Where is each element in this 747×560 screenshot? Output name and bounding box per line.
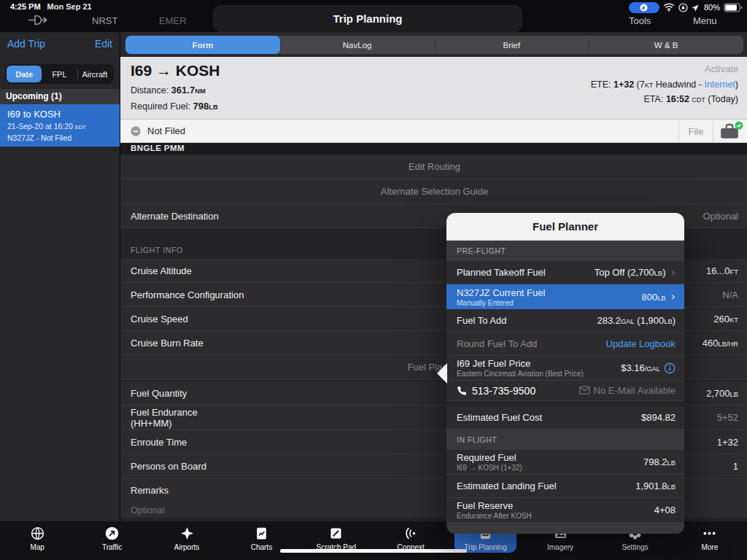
fuel-row-left: 513-735-9500 <box>457 385 535 397</box>
fuel-row-left: N327JZ Current FuelManually Entered <box>457 287 545 307</box>
row-label: Alternate Selection Guide <box>381 186 488 197</box>
fuel-row-estimated-landing-fuel[interactable]: Estimated Landing Fuel1,901.8LB <box>446 475 684 498</box>
tab-connext[interactable]: Connext <box>374 521 448 560</box>
chevron-right-icon: › <box>671 267 676 279</box>
activate-button[interactable]: Activate <box>591 63 738 74</box>
fuel-planner-popover: Fuel Planner PRE-FLIGHTPlanned Takeoff F… <box>446 213 684 534</box>
popover-footer-strip <box>446 523 684 534</box>
tab-scratch-pad[interactable]: Scratch Pad <box>299 521 374 560</box>
trip-list-item-i69-to-kosh[interactable]: I69 to KOSH21-Sep-20 at 16:20 EDTN327JZ … <box>0 104 120 147</box>
form-row-alternate-selection-guide[interactable]: Alternate Selection Guide <box>120 179 747 204</box>
fuel-row-right: 283.2GAL (1,900LB) <box>597 315 676 326</box>
tab-label: Traffic <box>102 543 122 551</box>
emer-button[interactable]: EMER <box>159 15 187 26</box>
add-trip-button[interactable]: Add Trip <box>7 38 45 50</box>
fuel-planner-rows: PRE-FLIGHTPlanned Takeoff FuelTop Off (2… <box>446 241 684 523</box>
more-icon <box>702 526 717 541</box>
nrst-button[interactable]: NRST <box>92 15 117 26</box>
view-tab-form[interactable]: Form <box>125 36 280 54</box>
update-logbook-link[interactable]: Update Logbook <box>606 338 676 349</box>
file-button[interactable]: File <box>678 120 713 143</box>
pack-button[interactable] <box>719 122 741 140</box>
route-string-row[interactable]: BNGLE PMM <box>120 143 747 155</box>
fuel-row-subtitle: Endurance After KOSH <box>457 512 532 520</box>
page-title: Trip Planning <box>333 12 402 25</box>
popover-arrow <box>437 363 447 384</box>
view-tab-brief[interactable]: Brief <box>435 36 589 54</box>
route-string: BNGLE PMM <box>120 143 747 154</box>
section-label: PRE-FLIGHT <box>457 246 506 255</box>
fuel-row-label: Required Fuel <box>457 452 522 463</box>
row-label: Fuel Endurance (HH+MM) <box>131 407 198 429</box>
row-label: Performance Configuration <box>131 289 244 300</box>
fuel-row-right: Top Off (2,700LB)› <box>595 267 676 279</box>
fuel-row-estimated-fuel-cost[interactable]: Estimated Fuel Cost$894.82 <box>446 406 684 429</box>
menu-button[interactable]: Menu <box>693 15 717 26</box>
trips-sidebar: Add Trip Edit DateFPLAircraft Upcoming (… <box>0 32 120 521</box>
row-value: Optional <box>703 211 738 222</box>
distance-line: Distance: 361.7NM <box>131 85 206 96</box>
location-arrow-icon <box>692 3 700 12</box>
fuel-row-value: Top Off (2,700LB) <box>595 267 666 278</box>
fuel-row-left: Estimated Landing Fuel <box>457 481 557 491</box>
globe-icon <box>30 526 45 541</box>
fuel-row-fuel-reserve[interactable]: Fuel ReserveEndurance After KOSH4+08 <box>446 498 684 523</box>
view-tab-navlog[interactable]: NavLog <box>280 36 435 54</box>
charts-icon <box>254 526 269 541</box>
tab-label: Map <box>30 543 44 551</box>
fuel-row-required-fuel[interactable]: Required FuelI69 → KOSH (1+32)798.2LB <box>446 450 684 475</box>
tab-traffic[interactable]: Traffic <box>74 521 149 560</box>
tab-label: Airports <box>174 543 199 551</box>
internet-wind-link[interactable]: Internet <box>704 79 735 90</box>
fuel-row-n327jz-current-fuel[interactable]: N327JZ Current FuelManually Entered800LB… <box>446 284 684 309</box>
fuel-row-planned-takeoff-fuel[interactable]: Planned Takeoff FuelTop Off (2,700LB)› <box>446 261 684 284</box>
fuel-row-label: Estimated Landing Fuel <box>457 481 557 491</box>
row-label: Alternate Destination <box>131 211 219 222</box>
scratchpad-icon <box>328 526 344 541</box>
fuel-row-i69-jet-fuel-price[interactable]: I69 Jet Fuel PriceEastern Cincinnati Avi… <box>446 356 684 381</box>
tab-label: Settings <box>622 543 648 551</box>
direct-to-icon[interactable] <box>28 14 48 29</box>
fuel-row-label: Planned Takeoff Fuel <box>457 267 546 278</box>
top-navigation-bar: 4:25 PM Mon Sep 21 80% NRST EMER <box>0 0 747 32</box>
fuel-row-513-735-9500[interactable]: 513-735-9500No E-Mail Available <box>446 381 684 401</box>
row-value: N/A <box>722 289 738 300</box>
fuel-row-right: 1,901.8LB <box>635 481 676 491</box>
segment-fpl[interactable]: FPL <box>42 66 77 82</box>
tab-airports[interactable]: Airports <box>150 521 224 560</box>
status-date: Mon Sep 21 <box>47 2 92 11</box>
row-label: Cruise Burn Rate <box>131 338 204 349</box>
edit-button[interactable]: Edit <box>95 38 112 50</box>
view-tabs-bar: FormNavLogBriefW & B <box>120 32 747 57</box>
battery-icon <box>724 3 743 12</box>
fuel-row-round-fuel-to-add[interactable]: Round Fuel To AddUpdate Logbook <box>446 332 684 356</box>
row-label: FLIGHT INFO <box>131 246 183 254</box>
tools-button[interactable]: Tools <box>629 15 651 26</box>
fuel-row-left: Fuel ReserveEndurance After KOSH <box>457 500 532 520</box>
segment-date[interactable]: Date <box>7 66 42 82</box>
fuel-row-label: Fuel To Add <box>457 315 506 326</box>
fuel-row-value: $3.16/GAL <box>621 362 660 373</box>
fuel-row-label: Estimated Fuel Cost <box>457 412 542 423</box>
fuel-row-value: No E-Mail Available <box>594 385 676 396</box>
row-value: 5+52 <box>717 412 738 423</box>
fuel-row-label: Fuel Reserve <box>457 500 532 511</box>
phone-number[interactable]: 513-735-9500 <box>457 385 535 397</box>
filing-status-label: Not Filed <box>147 125 185 136</box>
form-row-edit-routing[interactable]: Edit Routing <box>120 155 747 179</box>
fuel-row-value: 283.2GAL (1,900LB) <box>597 315 676 326</box>
fuel-row-fuel-to-add[interactable]: Fuel To Add283.2GAL (1,900LB) <box>446 309 684 332</box>
location-active-pill <box>629 2 659 13</box>
tab-label: Charts <box>251 543 272 551</box>
fuel-row-value: 800LB <box>641 292 665 303</box>
tab-charts[interactable]: Charts <box>224 521 298 560</box>
fuel-row-value: 1,901.8LB <box>635 481 676 491</box>
view-tab-w-b[interactable]: W & B <box>589 36 743 54</box>
fuel-row-right: 4+08 <box>654 505 676 516</box>
tab-map[interactable]: Map <box>0 521 74 560</box>
home-indicator[interactable] <box>280 549 467 553</box>
segment-aircraft[interactable]: Aircraft <box>77 66 112 82</box>
flight-header-right: Activate ETE: 1+32 (7KT Headwind - Inter… <box>591 63 738 109</box>
battery-percent: 80% <box>704 3 720 12</box>
section-label: IN FLIGHT <box>457 435 497 444</box>
